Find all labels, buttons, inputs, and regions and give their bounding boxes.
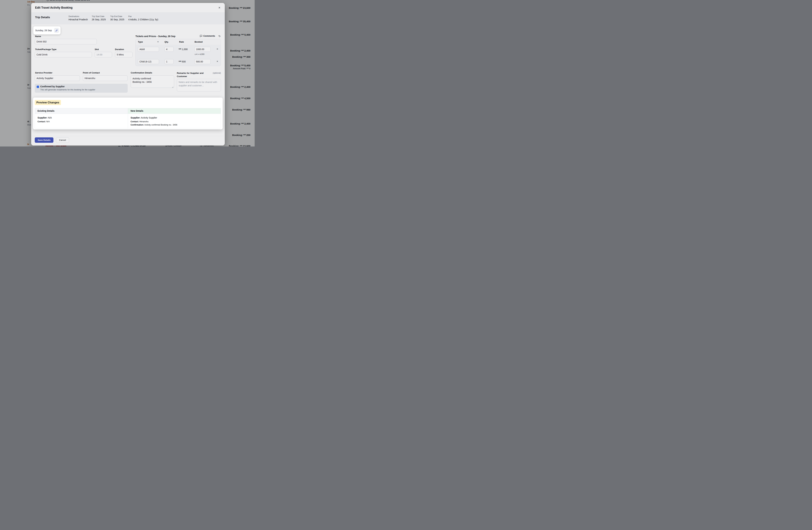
remove-row-icon[interactable]: ✕ — [216, 60, 219, 62]
col-booked: Booked — [194, 41, 203, 43]
close-icon[interactable]: ✕ — [217, 5, 221, 10]
existing-contact-line: Contact: N/A — [38, 121, 50, 123]
row-booked-input[interactable] — [194, 47, 211, 52]
col-type: Type — [138, 41, 143, 43]
trip-field-label: Trip Start Date — [92, 15, 104, 17]
slot-label: Slot — [95, 48, 99, 51]
remarks-label: Remarks for Supplier and Customer — [177, 71, 209, 78]
duration-label: Duration — [115, 48, 124, 51]
confirmed-by-supplier-block: ✓ Confirmed by Supplier This will genera… — [35, 84, 128, 93]
row-booked-input[interactable] — [194, 59, 211, 64]
new-details-header: New Details — [128, 108, 221, 114]
existing-supplier-line: Supplier: N/A — [38, 116, 52, 119]
trip-field-value: Himachal Pradesh — [69, 18, 88, 21]
existing-details-title: Existing Details — [38, 110, 54, 112]
add-ticket-type-icon[interactable]: + — [156, 40, 160, 43]
row-rate: INR500 — [178, 60, 186, 63]
name-input[interactable] — [35, 39, 97, 44]
row-qty-input[interactable] — [164, 47, 174, 52]
trip-field-label: Pax — [128, 15, 132, 17]
row-type-input[interactable] — [138, 47, 159, 52]
new-supplier-line: Supplier: Activity Supplier — [131, 116, 157, 119]
supplier-value: Activity Supplier — [141, 116, 157, 119]
trip-details-heading: Trip Details — [35, 16, 50, 19]
point-of-contact-label: Point of Contact — [83, 71, 100, 74]
tickets-heading: Tickets and Prices - Sunday, 28 Sep — [135, 35, 175, 38]
row-qty-input[interactable] — [164, 59, 174, 64]
checkbox-label: Confirmed by Supplier — [40, 85, 64, 88]
ticket-type-input[interactable] — [35, 52, 92, 57]
supplier-label: Supplier: — [131, 116, 141, 119]
confirmation-label: Confirmation: — [131, 124, 144, 126]
confirmation-value: Activity confirmed Booking no.- 3456 — [144, 124, 177, 126]
name-label: Name — [35, 35, 41, 38]
tickets-table-header: Type + Qty. Rate Booked — [135, 39, 221, 45]
cancel-button[interactable]: Cancel — [56, 137, 69, 143]
ticket-type-label: Ticket/Package Type — [35, 48, 57, 51]
resize-handle-icon[interactable] — [172, 86, 173, 88]
comments-button[interactable]: Comments — [200, 34, 215, 37]
row-rate: INR1,000 — [178, 48, 188, 51]
currency-inr: INR — [179, 60, 181, 62]
confirmed-by-supplier-checkbox[interactable]: ✓ — [37, 86, 39, 88]
supplier-value: N/A — [48, 116, 52, 119]
remarks-optional-hint: (optional) — [213, 72, 221, 74]
duration-input[interactable] — [115, 52, 132, 57]
trip-field-value: 26 Sep, 2025 — [92, 18, 106, 21]
service-provider-label: Service Provider — [35, 71, 53, 74]
currency-inr: INR — [179, 48, 181, 50]
preview-table: Existing Details New Details Supplier: N… — [35, 108, 221, 128]
service-provider-input[interactable] — [35, 75, 80, 81]
save-details-button[interactable]: Save Details — [35, 137, 54, 143]
pencil-icon — [55, 29, 58, 32]
point-of-contact-input[interactable] — [83, 75, 128, 81]
day-chip-label: Sunday, 28 Sep — [35, 29, 52, 32]
rate-value: 1,000 — [182, 48, 188, 51]
ticket-row: INR500 ✕ — [135, 57, 221, 66]
new-confirmation-line: Confirmation: Activity confirmed Booking… — [131, 124, 177, 126]
preview-changes-heading: Preview Changes — [35, 100, 61, 105]
comments-label: Comments — [203, 34, 215, 37]
existing-details-header: Existing Details — [35, 108, 128, 114]
contact-value: Himanshu — [139, 121, 148, 123]
new-details-title: New Details — [131, 110, 143, 112]
row-type-input[interactable] — [138, 59, 159, 64]
contact-value: N/A — [46, 121, 50, 123]
new-contact-line: Contact: Himanshu — [131, 121, 148, 123]
day-chip: Sunday, 28 Sep — [33, 26, 61, 34]
comment-bubble-icon — [200, 35, 202, 37]
trip-field-label: Trip End Date — [110, 15, 122, 17]
col-qty: Qty. — [164, 41, 169, 43]
ticket-row: INR1,000 ✕ x 4 = 4,000 — [135, 45, 221, 57]
row-subtotal: x 4 = 4,000 — [195, 53, 204, 55]
rate-value: 500 — [182, 60, 186, 63]
confirmation-details-textarea[interactable]: Activity confirmed Booking no.- 3456 — [131, 75, 174, 88]
remarks-textarea[interactable] — [177, 79, 221, 92]
contact-label: Contact: — [38, 121, 46, 123]
contact-label: Contact: — [131, 121, 139, 123]
preview-changes-card: Preview Changes Existing Details New Det… — [33, 98, 223, 129]
col-rate: Rate — [179, 41, 184, 43]
trip-details-band — [31, 12, 225, 24]
edit-day-button[interactable] — [54, 28, 59, 33]
refresh-icon[interactable]: ↻ — [218, 34, 221, 38]
slot-input[interactable] — [95, 52, 112, 57]
checkbox-description: This will generate instalments for this … — [40, 88, 95, 91]
trip-field-label: Destinations — [69, 15, 79, 17]
trip-field-value: 30 Sep, 2025 — [110, 18, 124, 21]
supplier-label: Supplier: — [38, 116, 47, 119]
confirmation-details-label: Confirmation Details — [131, 71, 152, 74]
modal-title: Edit Travel Activity Booking — [35, 6, 73, 10]
remove-row-icon[interactable]: ✕ — [216, 48, 219, 50]
app-screenshot: 08:30 hrs (3 hrs 30 mins) - Ends 12:00 h… — [0, 0, 255, 147]
tickets-table: Type + Qty. Rate Booked INR1,000 ✕ x 4 =… — [135, 39, 221, 66]
edit-booking-modal: Edit Travel Activity Booking ✕ Trip Deta… — [31, 3, 225, 145]
trip-field-value: 4 Adults, 2 Children (11y, 5y) — [128, 18, 158, 21]
